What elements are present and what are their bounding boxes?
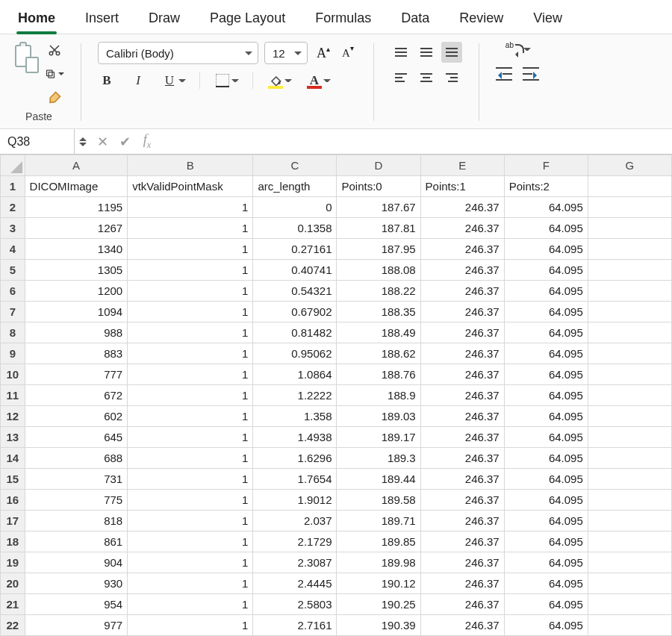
cell[interactable]: 246.37 <box>420 218 504 239</box>
cell[interactable]: 1.358 <box>253 406 337 427</box>
worksheet-area[interactable]: ABCDEFG 1DICOMImagevtkValidPointMaskarc_… <box>0 155 672 636</box>
cell[interactable]: 1.6296 <box>253 448 337 469</box>
align-left-button[interactable] <box>391 67 411 88</box>
cell[interactable] <box>588 490 671 511</box>
row-header[interactable]: 15 <box>1 469 25 490</box>
cell[interactable]: 64.095 <box>504 615 588 636</box>
cell[interactable] <box>588 197 671 218</box>
shrink-font-button[interactable]: A▾ <box>339 46 357 61</box>
cell[interactable]: 246.37 <box>420 406 504 427</box>
row-header[interactable]: 22 <box>1 615 25 636</box>
row-header[interactable]: 14 <box>1 448 25 469</box>
cell[interactable]: 861 <box>25 531 128 552</box>
cell[interactable]: 0.67902 <box>253 302 337 322</box>
cell[interactable]: 1 <box>128 594 253 615</box>
ribbon-tab-draw[interactable]: Draw <box>147 6 181 34</box>
cell[interactable]: 188.49 <box>337 322 420 343</box>
row-header[interactable]: 8 <box>1 322 25 343</box>
cell[interactable]: 977 <box>25 615 128 636</box>
cell[interactable]: 1 <box>128 406 253 427</box>
cell[interactable] <box>588 176 671 197</box>
underline-button[interactable]: U <box>161 72 178 90</box>
cell[interactable]: 1340 <box>25 239 128 260</box>
align-top-button[interactable] <box>391 42 411 63</box>
format-painter-button[interactable] <box>45 90 64 106</box>
ribbon-tab-insert[interactable]: Insert <box>84 6 120 34</box>
cell[interactable]: 0.81482 <box>253 322 337 343</box>
underline-menu[interactable] <box>178 76 186 85</box>
cell[interactable]: 1.0864 <box>253 364 337 385</box>
cell[interactable]: 189.03 <box>337 406 420 427</box>
cell[interactable]: 64.095 <box>504 197 588 218</box>
paste-icon[interactable] <box>13 42 39 73</box>
cell[interactable]: 189.85 <box>337 531 420 552</box>
column-header-D[interactable]: D <box>337 155 420 176</box>
row-header[interactable]: 19 <box>1 552 25 573</box>
row-header[interactable]: 5 <box>1 260 25 281</box>
cell[interactable]: 1 <box>128 511 253 531</box>
cell[interactable]: 1.9012 <box>253 490 337 511</box>
grow-font-button[interactable]: A▴ <box>314 44 333 63</box>
cell[interactable]: 246.37 <box>420 302 504 322</box>
cell[interactable]: 246.37 <box>420 427 504 448</box>
cell[interactable]: 64.095 <box>504 490 588 511</box>
increase-indent-button[interactable] <box>523 67 539 81</box>
cell[interactable] <box>588 281 671 302</box>
cell[interactable]: 64.095 <box>504 511 588 531</box>
cell[interactable]: 1 <box>128 322 253 343</box>
cell[interactable]: 189.71 <box>337 511 420 531</box>
cell[interactable]: 246.37 <box>420 322 504 343</box>
cell[interactable]: 988 <box>25 322 128 343</box>
insert-function-button[interactable]: fx <box>136 132 158 151</box>
column-header-B[interactable]: B <box>128 155 253 176</box>
fill-color-button[interactable] <box>267 72 284 90</box>
row-header[interactable]: 6 <box>1 281 25 302</box>
cell[interactable]: 188.35 <box>337 302 420 322</box>
cell[interactable]: 777 <box>25 364 128 385</box>
ribbon-tab-data[interactable]: Data <box>399 6 431 34</box>
cell[interactable]: 246.37 <box>420 511 504 531</box>
column-header-G[interactable]: G <box>588 155 671 176</box>
cell[interactable] <box>588 302 671 322</box>
cell[interactable] <box>588 594 671 615</box>
cell[interactable] <box>588 531 671 552</box>
cell[interactable]: 246.37 <box>420 197 504 218</box>
cell[interactable]: 246.37 <box>420 490 504 511</box>
cell[interactable]: 0.40741 <box>253 260 337 281</box>
cell[interactable]: 246.37 <box>420 469 504 490</box>
row-header[interactable]: 9 <box>1 343 25 364</box>
cell[interactable]: 0 <box>253 197 337 218</box>
cell[interactable]: 246.37 <box>420 448 504 469</box>
cell[interactable]: 64.095 <box>504 427 588 448</box>
cell[interactable] <box>588 552 671 573</box>
cell[interactable]: 64.095 <box>504 573 588 594</box>
cell[interactable]: 188.76 <box>337 364 420 385</box>
bold-button[interactable]: B <box>98 72 116 90</box>
cell[interactable]: 1 <box>128 490 253 511</box>
cell[interactable]: 64.095 <box>504 531 588 552</box>
cell[interactable]: 187.95 <box>337 239 420 260</box>
cell[interactable]: 602 <box>25 406 128 427</box>
align-middle-button[interactable] <box>416 42 437 63</box>
cell[interactable]: 1305 <box>25 260 128 281</box>
row-header[interactable]: 20 <box>1 573 25 594</box>
cell[interactable]: 246.37 <box>420 343 504 364</box>
cell[interactable]: 1 <box>128 615 253 636</box>
name-box[interactable]: Q38 <box>0 129 75 154</box>
cell[interactable]: 1 <box>128 427 253 448</box>
cell[interactable]: 64.095 <box>504 260 588 281</box>
cell[interactable]: Points:2 <box>504 176 588 197</box>
cell[interactable]: 188.22 <box>337 281 420 302</box>
cell[interactable]: 246.37 <box>420 364 504 385</box>
cell[interactable]: 645 <box>25 427 128 448</box>
cell[interactable]: 1267 <box>25 218 128 239</box>
cell[interactable]: 883 <box>25 343 128 364</box>
cell[interactable]: 189.58 <box>337 490 420 511</box>
cell[interactable]: 2.3087 <box>253 552 337 573</box>
formula-input[interactable] <box>158 129 672 154</box>
cell[interactable]: 1 <box>128 343 253 364</box>
cell[interactable] <box>588 469 671 490</box>
cell[interactable]: 246.37 <box>420 573 504 594</box>
cell[interactable]: 189.98 <box>337 552 420 573</box>
cell[interactable]: 64.095 <box>504 343 588 364</box>
